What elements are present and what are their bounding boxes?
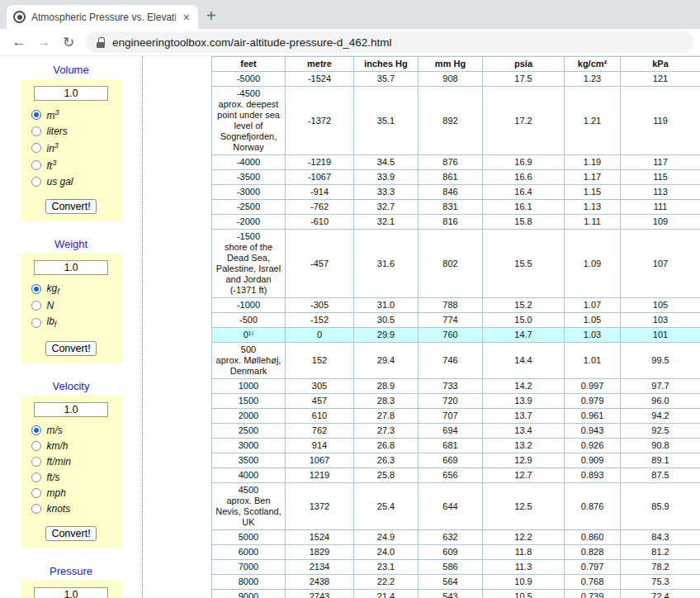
feet-cell: -3000: [212, 185, 286, 200]
unit-option[interactable]: mph: [31, 487, 122, 499]
feet-cell: 3000: [212, 439, 286, 453]
value-cell: -762: [286, 200, 354, 215]
feet-cell: -4000: [212, 155, 286, 170]
radio-button[interactable]: [31, 301, 41, 311]
value-cell: 0.926: [565, 439, 621, 453]
value-cell: 13.9: [483, 394, 565, 409]
radio-button[interactable]: [31, 160, 41, 170]
unit-label: ft3: [47, 159, 57, 172]
table-row: -2500-76232.783116.11.13111: [212, 200, 700, 215]
table-row: 4500 aprox. Ben Nevis, Scotland, UK13722…: [212, 483, 700, 530]
radio-button[interactable]: [31, 126, 41, 136]
value-cell: 16.4: [483, 185, 565, 200]
radio-button[interactable]: [31, 110, 41, 120]
section-title-velocity[interactable]: Velocity: [21, 380, 122, 392]
lock-icon: [97, 37, 105, 48]
value-cell: 75.3: [621, 575, 700, 590]
unit-option[interactable]: m/s: [31, 425, 122, 436]
weight-input[interactable]: [34, 260, 108, 275]
forward-icon[interactable]: →: [31, 34, 56, 50]
unit-option[interactable]: in3: [31, 141, 122, 154]
section-title-weight[interactable]: Weight: [21, 238, 122, 250]
value-cell: 26.8: [354, 439, 419, 453]
value-cell: 457: [286, 394, 354, 409]
tab-close-icon[interactable]: ×: [182, 11, 192, 24]
value-cell: 13.2: [483, 439, 565, 453]
section-title-pressure[interactable]: Pressure: [21, 565, 122, 577]
unit-option[interactable]: us gal: [31, 176, 122, 187]
value-cell: 17.5: [483, 72, 565, 87]
radio-button[interactable]: [31, 318, 41, 328]
value-cell: 27.3: [354, 424, 419, 439]
value-cell: 28.9: [354, 379, 419, 394]
value-cell: 33.9: [354, 170, 419, 185]
unit-option[interactable]: liters: [31, 126, 122, 137]
address-bar[interactable]: engineeringtoolbox.com/air-altitude-pres…: [86, 31, 693, 53]
value-cell: -1067: [286, 170, 354, 185]
pressure-input[interactable]: [34, 587, 108, 598]
browser-tab[interactable]: Atmospheric Pressure vs. Elevatic ×: [7, 5, 198, 29]
unit-option[interactable]: ft/min: [31, 456, 122, 467]
table-row: 8000243822.256410.90.76875.3: [212, 575, 700, 590]
unit-option[interactable]: knots: [31, 503, 122, 515]
unit-option[interactable]: lbf: [31, 316, 122, 329]
feet-cell: 2500: [212, 424, 286, 439]
table-row: 250076227.369413.40.94392.5: [212, 424, 700, 439]
value-cell: 23.1: [354, 560, 419, 575]
value-cell: -1372: [286, 87, 354, 155]
unit-option[interactable]: N: [31, 300, 122, 311]
table-row: 0¹⁾029.976014.71.03101: [212, 328, 700, 343]
back-icon[interactable]: ←: [7, 34, 31, 50]
value-cell: 610: [286, 409, 354, 424]
convert-button-weight[interactable]: Convert!: [45, 341, 96, 356]
value-cell: 16.1: [483, 200, 565, 215]
value-cell: 788: [419, 298, 483, 313]
value-cell: 119: [621, 87, 700, 155]
unit-option[interactable]: ft3: [31, 159, 122, 172]
value-cell: 1.19: [565, 155, 621, 170]
unit-label: m/s: [47, 425, 63, 436]
value-cell: 111: [621, 200, 700, 215]
value-cell: 31.0: [354, 298, 419, 313]
feet-cell: 9000: [212, 590, 286, 598]
feet-cell: -2500: [212, 200, 286, 215]
value-cell: 13.7: [483, 409, 565, 424]
value-cell: 32.1: [354, 215, 419, 230]
volume-input[interactable]: [34, 86, 108, 101]
convert-button-velocity[interactable]: Convert!: [45, 526, 96, 541]
velocity-input[interactable]: [34, 402, 108, 417]
value-cell: -457: [286, 230, 354, 298]
value-cell: 34.5: [354, 155, 419, 170]
unit-option[interactable]: ft/s: [31, 472, 122, 483]
value-cell: 609: [419, 545, 483, 560]
new-tab-button[interactable]: +: [206, 7, 216, 24]
pressure-elevation-table: feetmetreinches Hgmm Hgpsiakg/cm²kPa -50…: [211, 56, 700, 598]
tab-title: Atmospheric Pressure vs. Elevatic: [31, 12, 176, 23]
value-cell: -914: [286, 185, 354, 200]
value-cell: 117: [621, 155, 700, 170]
radio-button[interactable]: [31, 472, 41, 482]
value-cell: 644: [419, 483, 483, 530]
converter-volume: Volume m3litersin3ft3us gal Convert!: [21, 64, 122, 221]
radio-button[interactable]: [31, 504, 41, 514]
unit-option[interactable]: kgf: [31, 282, 122, 296]
unit-option[interactable]: km/h: [31, 440, 122, 452]
reload-icon[interactable]: ↻: [56, 34, 81, 51]
volume-unit-options: m3litersin3ft3us gal: [21, 108, 122, 187]
radio-button[interactable]: [31, 488, 41, 498]
unit-option[interactable]: m3: [31, 108, 122, 121]
radio-button[interactable]: [31, 284, 41, 294]
radio-button[interactable]: [31, 177, 41, 187]
value-cell: 90.8: [621, 439, 700, 453]
radio-button[interactable]: [31, 425, 41, 435]
radio-button[interactable]: [31, 143, 41, 153]
value-cell: 0.797: [565, 560, 621, 575]
column-header: feet: [212, 57, 286, 72]
value-cell: 305: [286, 379, 354, 394]
convert-button-volume[interactable]: Convert!: [45, 199, 96, 214]
section-title-volume[interactable]: Volume: [21, 64, 122, 76]
radio-button[interactable]: [31, 441, 41, 451]
value-cell: 1.01: [565, 343, 621, 379]
radio-button[interactable]: [31, 457, 41, 467]
value-cell: 1.23: [565, 72, 621, 87]
